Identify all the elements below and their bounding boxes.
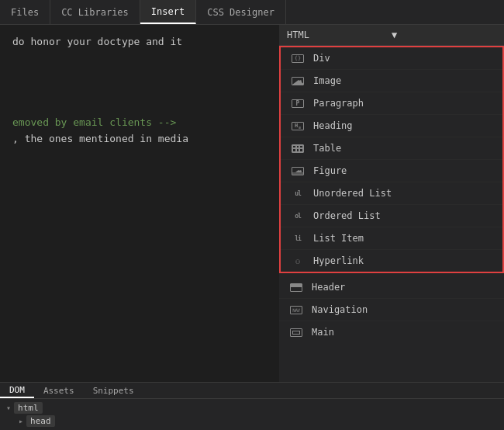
tab-files[interactable]: Files — [0, 0, 50, 24]
heading-icon: H ≡ — [288, 119, 307, 133]
html-dropdown[interactable]: HTML ▼ — [279, 25, 504, 46]
insert-item-header-label: Header — [312, 282, 345, 293]
insert-item-hyperlink[interactable]: ⚇ Hyperlink — [281, 250, 502, 272]
insert-panel: HTML ▼ Div Image P Paragraph — [279, 25, 504, 382]
insert-item-ordered-list[interactable]: ol Ordered List — [281, 205, 502, 227]
insert-item-header[interactable]: Header — [279, 276, 504, 299]
insert-item-unordered-list-label: Unordered List — [313, 188, 392, 199]
insert-item-ordered-list-label: Ordered List — [313, 210, 381, 221]
html-dropdown-label: HTML — [287, 29, 392, 40]
main-icon — [287, 325, 306, 339]
tab-css-designer[interactable]: CSS Designer — [196, 0, 286, 24]
insert-item-table-label: Table — [313, 143, 341, 154]
paragraph-icon: P — [288, 96, 307, 110]
insert-item-image[interactable]: Image — [281, 70, 502, 92]
bottom-panel: DOM Assets Snippets ▾ html ▸ head — [0, 382, 504, 430]
div-icon — [288, 51, 307, 65]
insert-item-paragraph-label: Paragraph — [313, 98, 364, 109]
hyperlink-icon: ⚇ — [288, 254, 307, 268]
list-item-icon: li — [288, 231, 307, 245]
insert-item-heading-label: Heading — [313, 120, 353, 131]
header-icon — [287, 280, 306, 294]
insert-item-div[interactable]: Div — [281, 47, 502, 70]
insert-item-table[interactable]: Table — [281, 137, 502, 160]
dropdown-arrow-icon: ▼ — [392, 29, 496, 40]
insert-item-list-item-label: List Item — [313, 233, 364, 244]
insert-item-main-label: Main — [312, 327, 334, 338]
dom-html-tag[interactable]: html — [14, 402, 43, 414]
code-line-4 — [12, 82, 267, 99]
dom-row-html: ▾ html — [6, 402, 498, 414]
code-line-7: , the ones mentioned in media — [12, 131, 267, 147]
insert-item-navigation[interactable]: NAV Navigation — [279, 299, 504, 321]
insert-item-heading[interactable]: H ≡ Heading — [281, 115, 502, 137]
figure-icon — [288, 164, 307, 178]
tab-bar: Files CC Libraries Insert CSS Designer — [0, 0, 504, 25]
dom-row-head: ▸ head — [6, 415, 498, 427]
insert-item-main[interactable]: Main — [279, 321, 504, 343]
table-icon — [288, 141, 307, 155]
code-editor: do honor your doctype and it emoved by e… — [0, 25, 279, 382]
code-line-2 — [12, 50, 267, 67]
extra-items-list: Header NAV Navigation Main — [279, 276, 504, 343]
ordered-list-icon: ol — [288, 209, 307, 223]
insert-item-div-label: Div — [313, 53, 330, 64]
tab-dom[interactable]: DOM — [0, 383, 34, 398]
dom-expand-arrow[interactable]: ▾ — [6, 404, 11, 412]
unordered-list-icon: ul — [288, 186, 307, 200]
dom-head-tag[interactable]: head — [26, 415, 55, 427]
tab-cc-libraries[interactable]: CC Libraries — [50, 0, 140, 24]
insert-item-hyperlink-label: Hyperlink — [313, 255, 364, 266]
bottom-tab-bar: DOM Assets Snippets — [0, 383, 504, 399]
code-line-1: do honor your doctype and it — [12, 34, 267, 50]
insert-item-unordered-list[interactable]: ul Unordered List — [281, 182, 502, 205]
main-area: do honor your doctype and it emoved by e… — [0, 25, 504, 382]
insert-item-paragraph[interactable]: P Paragraph — [281, 92, 502, 115]
insert-item-figure-label: Figure — [313, 165, 347, 176]
tab-assets[interactable]: Assets — [34, 383, 84, 398]
html-items-list: Div Image P Paragraph H ≡ — [279, 46, 504, 273]
insert-item-navigation-label: Navigation — [312, 304, 368, 315]
code-line-3 — [12, 67, 267, 83]
code-line-6: emoved by email clients --> — [12, 115, 267, 131]
insert-item-list-item[interactable]: li List Item — [281, 227, 502, 250]
navigation-icon: NAV — [287, 303, 306, 317]
tab-snippets[interactable]: Snippets — [84, 383, 143, 398]
dom-tree: ▾ html ▸ head — [0, 399, 504, 430]
tab-insert[interactable]: Insert — [140, 0, 196, 24]
insert-item-image-label: Image — [313, 75, 341, 86]
code-line-5 — [12, 99, 267, 115]
image-icon — [288, 74, 307, 88]
dom-head-arrow[interactable]: ▸ — [19, 417, 23, 425]
insert-item-figure[interactable]: Figure — [281, 160, 502, 182]
